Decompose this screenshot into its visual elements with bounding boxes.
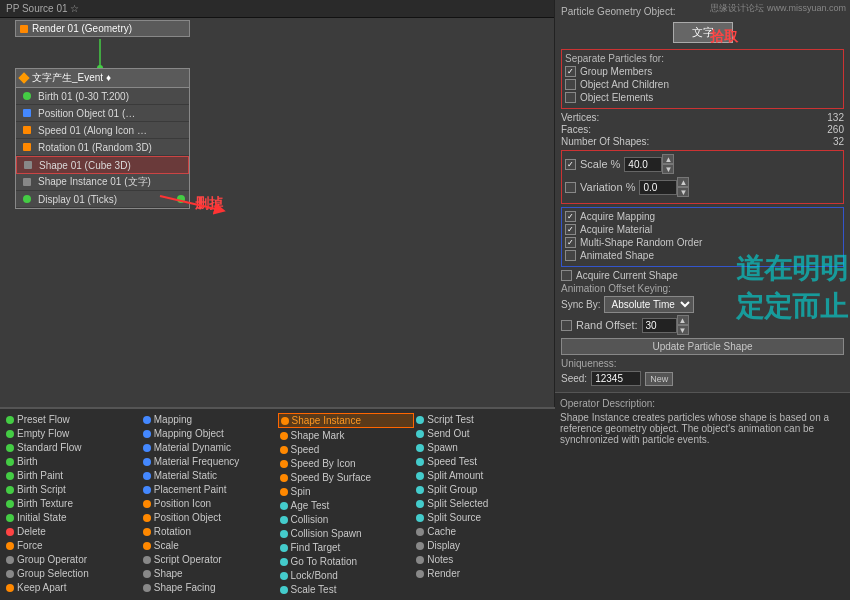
op-speed-by-icon[interactable]: Speed By Icon xyxy=(278,457,415,470)
op-split-amount[interactable]: Split Amount xyxy=(414,469,551,482)
variation-input-group[interactable]: ▲ ▼ xyxy=(639,177,689,197)
op-initial-state[interactable]: Initial State xyxy=(4,511,141,524)
variation-up[interactable]: ▲ xyxy=(677,177,689,187)
event-item-display[interactable]: Display 01 (Ticks) xyxy=(16,191,189,208)
rand-offset-down[interactable]: ▼ xyxy=(677,325,689,335)
cb-acquire-current-box[interactable] xyxy=(561,270,572,281)
op-group-operator[interactable]: Group Operator xyxy=(4,553,141,566)
event-item-shape-instance-label: Shape Instance 01 (文字) xyxy=(38,175,151,189)
op-material-frequency[interactable]: Material Frequency xyxy=(141,455,278,468)
op-go-to-rotation[interactable]: Go To Rotation xyxy=(278,555,415,568)
op-speed[interactable]: Speed xyxy=(278,443,415,456)
update-particle-button[interactable]: Update Particle Shape xyxy=(561,338,844,355)
op-shape-mark[interactable]: Shape Mark xyxy=(278,429,415,442)
cb-group-members[interactable]: Group Members xyxy=(565,66,840,77)
event-item-speed[interactable]: Speed 01 (Along Icon … xyxy=(16,122,189,139)
op-position-object[interactable]: Position Object xyxy=(141,511,278,524)
op-birth-paint[interactable]: Birth Paint xyxy=(4,469,141,482)
variation-input[interactable] xyxy=(639,180,677,195)
cb-object-children-box[interactable] xyxy=(565,79,576,90)
source-node[interactable]: Render 01 (Geometry) xyxy=(15,20,190,37)
scale-input-group[interactable]: ▲ ▼ xyxy=(624,154,674,174)
op-split-source[interactable]: Split Source xyxy=(414,511,551,524)
op-birth-script[interactable]: Birth Script xyxy=(4,483,141,496)
op-notes[interactable]: Notes xyxy=(414,553,551,566)
rand-offset-spinner[interactable]: ▲ ▼ xyxy=(677,315,689,335)
op-material-dynamic[interactable]: Material Dynamic xyxy=(141,441,278,454)
op-speed-test[interactable]: Speed Test xyxy=(414,455,551,468)
op-speed-by-surface[interactable]: Speed By Surface xyxy=(278,471,415,484)
op-standard-flow[interactable]: Standard Flow xyxy=(4,441,141,454)
op-mapping[interactable]: Mapping xyxy=(141,413,278,426)
event-item-birth[interactable]: Birth 01 (0-30 T:200) xyxy=(16,88,189,105)
event-item-shape[interactable]: Shape 01 (Cube 3D) xyxy=(16,156,189,174)
scale-input[interactable] xyxy=(624,157,662,172)
rand-offset-input[interactable] xyxy=(642,318,677,333)
scale-down[interactable]: ▼ xyxy=(662,164,674,174)
event-node[interactable]: 文字产生_Event ♦ Birth 01 (0-30 T:200) Posit… xyxy=(15,68,190,209)
op-empty-flow[interactable]: Empty Flow xyxy=(4,427,141,440)
rand-offset-cb[interactable] xyxy=(561,320,572,331)
event-item-shape-instance[interactable]: Shape Instance 01 (文字) xyxy=(16,174,189,191)
seed-input[interactable] xyxy=(591,371,641,386)
cb-acquire-material-box[interactable] xyxy=(565,224,576,235)
event-item-position[interactable]: Position Object 01 (… xyxy=(16,105,189,122)
scale-up[interactable]: ▲ xyxy=(662,154,674,164)
event-item-rotation[interactable]: Rotation 01 (Random 3D) xyxy=(16,139,189,156)
op-delete[interactable]: Delete xyxy=(4,525,141,538)
cb-object-elements-box[interactable] xyxy=(565,92,576,103)
new-seed-button[interactable]: New xyxy=(645,372,673,386)
op-force[interactable]: Force xyxy=(4,539,141,552)
op-mapping-object[interactable]: Mapping Object xyxy=(141,427,278,440)
op-group-selection[interactable]: Group Selection xyxy=(4,567,141,580)
op-display[interactable]: Display xyxy=(414,539,551,552)
op-position-icon[interactable]: Position Icon xyxy=(141,497,278,510)
rand-offset-up[interactable]: ▲ xyxy=(677,315,689,325)
cb-acquire-mapping-box[interactable] xyxy=(565,211,576,222)
op-cache[interactable]: Cache xyxy=(414,525,551,538)
cb-animated-shape-box[interactable] xyxy=(565,250,576,261)
op-scale-test[interactable]: Scale Test xyxy=(278,583,415,596)
op-material-static[interactable]: Material Static xyxy=(141,469,278,482)
cb-multi-shape-box[interactable] xyxy=(565,237,576,248)
cb-acquire-material[interactable]: Acquire Material xyxy=(565,224,840,235)
cb-multi-shape[interactable]: Multi-Shape Random Order xyxy=(565,237,840,248)
op-render[interactable]: Render xyxy=(414,567,551,580)
op-spawn[interactable]: Spawn xyxy=(414,441,551,454)
op-rotation[interactable]: Rotation xyxy=(141,525,278,538)
cb-object-elements[interactable]: Object Elements xyxy=(565,92,840,103)
op-shape-facing[interactable]: Shape Facing xyxy=(141,581,278,594)
op-keep-apart[interactable]: Keep Apart xyxy=(4,581,141,594)
op-send-out[interactable]: Send Out xyxy=(414,427,551,440)
rand-offset-input-group[interactable]: ▲ ▼ xyxy=(642,315,689,335)
cb-group-members-box[interactable] xyxy=(565,66,576,77)
op-scale[interactable]: Scale xyxy=(141,539,278,552)
op-split-selected[interactable]: Split Selected xyxy=(414,497,551,510)
op-script-test[interactable]: Script Test xyxy=(414,413,551,426)
op-find-target[interactable]: Find Target xyxy=(278,541,415,554)
variation-spinner[interactable]: ▲ ▼ xyxy=(677,177,689,197)
op-age-test[interactable]: Age Test xyxy=(278,499,415,512)
op-collision[interactable]: Collision xyxy=(278,513,415,526)
vertices-row: Vertices: 132 xyxy=(561,112,844,123)
op-icon xyxy=(6,570,14,578)
op-shape-instance[interactable]: Shape Instance xyxy=(278,413,415,428)
cb-acquire-mapping[interactable]: Acquire Mapping xyxy=(565,211,840,222)
op-birth[interactable]: Birth xyxy=(4,455,141,468)
op-placement-paint[interactable]: Placement Paint xyxy=(141,483,278,496)
op-shape[interactable]: Shape xyxy=(141,567,278,580)
scale-cb[interactable] xyxy=(565,159,576,170)
op-preset-flow[interactable]: Preset Flow xyxy=(4,413,141,426)
op-lock-bond[interactable]: Lock/Bond xyxy=(278,569,415,582)
op-birth-texture[interactable]: Birth Texture xyxy=(4,497,141,510)
variation-down[interactable]: ▼ xyxy=(677,187,689,197)
op-spin[interactable]: Spin xyxy=(278,485,415,498)
variation-cb[interactable] xyxy=(565,182,576,193)
scale-spinner[interactable]: ▲ ▼ xyxy=(662,154,674,174)
op-split-group[interactable]: Split Group xyxy=(414,483,551,496)
op-collision-spawn[interactable]: Collision Spawn xyxy=(278,527,415,540)
sync-by-select[interactable]: Absolute Time xyxy=(604,296,694,313)
cb-object-children[interactable]: Object And Children xyxy=(565,79,840,90)
event-item-rotation-label: Rotation 01 (Random 3D) xyxy=(38,142,152,153)
op-script-operator[interactable]: Script Operator xyxy=(141,553,278,566)
